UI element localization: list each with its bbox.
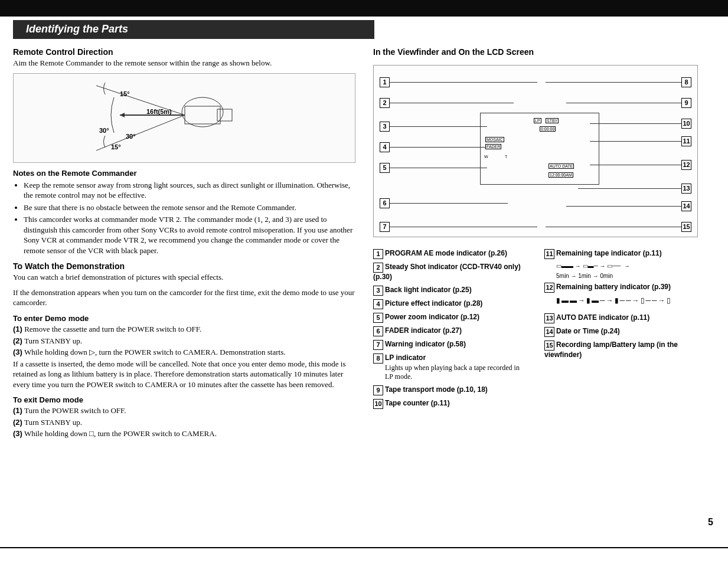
remote-direction-heading: Remote Control Direction xyxy=(13,47,355,57)
legend-14: Date or Time (p.24) xyxy=(556,327,620,335)
osd-lp: LP xyxy=(534,118,541,123)
callout-13: 13 xyxy=(681,184,691,194)
legend-4: Picture effect indicator (p.28) xyxy=(385,299,482,307)
legend-3: Back light indicator (p.25) xyxy=(385,286,472,294)
exit-step-3: (3) While holding down □, turn the POWER… xyxy=(13,428,355,439)
exit-demo-heading: To exit Demo mode xyxy=(13,395,355,404)
callout-6: 6 xyxy=(380,198,390,208)
svg-line-3 xyxy=(96,115,185,150)
demo-heading: To Watch the Demonstration xyxy=(13,261,355,271)
distance-label: 16ft(5m) xyxy=(146,108,172,115)
osd-time: 12:00:00AM xyxy=(549,172,573,178)
enter-note: If a cassette is inserted, the demo mode… xyxy=(13,359,355,390)
callout-1: 1 xyxy=(380,77,390,87)
callout-4: 4 xyxy=(380,142,390,152)
callout-8: 8 xyxy=(681,77,691,87)
callout-2: 2 xyxy=(380,98,390,108)
callout-3: 3 xyxy=(380,122,390,132)
demo-text-1: You can watch a brief demonstration of p… xyxy=(13,272,355,283)
viewfinder-screen: LP STBY 0:00:00 MOSAIC FADER W T AUTO DA… xyxy=(480,113,599,185)
bottom-rule xyxy=(0,547,728,548)
legend-8: LP indicator xyxy=(385,353,426,362)
enter-demo-heading: To enter Demo mode xyxy=(13,314,355,323)
remote-direction-text: Aim the Remote Commander to the remote s… xyxy=(13,58,355,68)
enter-step-2: (2) Turn STANBY up. xyxy=(13,336,355,346)
osd-t: T xyxy=(504,155,508,159)
remote-range-figure: 15° 15° 30° 30° 16ft(5m) xyxy=(13,73,355,163)
left-column: Remote Control Direction Aim the Remote … xyxy=(13,45,355,440)
page-header: Identifying the Parts xyxy=(13,20,374,39)
callout-14: 14 xyxy=(681,201,691,211)
demo-text-2: If the demonstration appears when you tu… xyxy=(13,287,355,308)
legend-13: AUTO DATE indicator (p.11) xyxy=(556,313,649,322)
legend-col-2: 11Remaining tape indicator (p.11) ▭▬▬ → … xyxy=(544,246,698,413)
legend-11: Remaining tape indicator (p.11) xyxy=(556,249,662,257)
enter-step-1: (1) Remove the cassette and turn the POW… xyxy=(13,324,355,335)
exit-step-1: (1) Turn the POWER switch to OFF. xyxy=(13,405,355,416)
viewfinder-diagram: 1 2 3 4 5 6 7 8 9 10 11 12 13 14 15 LP xyxy=(373,65,698,237)
angle-bot: 15° xyxy=(111,143,121,150)
notes-heading: Notes on the Remote Commander xyxy=(13,169,355,178)
tape-indicator-icons: ▭▬▬ → ▭▬─ → ▭── → xyxy=(556,263,698,269)
osd-autodate: AUTO DATE xyxy=(549,163,574,169)
osd-mosaic: MOSAIC xyxy=(485,137,504,142)
legend-8-sub: Lights up when playing back a tape recor… xyxy=(385,364,527,382)
enter-step-3: (3) While holding down ▷, turn the POWER… xyxy=(13,347,355,358)
callout-10: 10 xyxy=(681,119,691,129)
note-3: This camcorder works at commander mode V… xyxy=(24,214,355,256)
osd-w: W xyxy=(484,155,489,159)
note-2: Be sure that there is no obstacle betwee… xyxy=(24,202,355,213)
osd-fader: FADER xyxy=(485,144,501,149)
exit-step-2: (2) Turn STANBY up. xyxy=(13,417,355,428)
callout-11: 11 xyxy=(681,136,691,146)
right-column: In the Viewfinder and On the LCD Screen … xyxy=(373,45,698,440)
angle-30a: 30° xyxy=(99,127,109,134)
callout-9: 9 xyxy=(681,98,691,108)
osd-counter: 0:00:00 xyxy=(540,126,556,132)
tape-indicator-times: 5min → 1min → 0min xyxy=(556,273,698,279)
angle-top: 15° xyxy=(120,90,130,97)
callout-5: 5 xyxy=(380,163,390,173)
callout-15: 15 xyxy=(681,222,691,232)
notes-list: Keep the remote sensor away from strong … xyxy=(24,180,355,256)
svg-rect-2 xyxy=(217,109,232,121)
osd-stby: STBY xyxy=(546,118,559,123)
legend-10: Tape counter (p.11) xyxy=(385,399,450,407)
legend-1: PROGRAM AE mode indicator (p.26) xyxy=(385,249,507,257)
legend-7: Warning indicator (p.58) xyxy=(385,340,466,348)
callout-12: 12 xyxy=(681,160,691,170)
page-number: 5 xyxy=(708,517,713,528)
legend-2: Steady Shot indicator (CCD-TRV40 only) (… xyxy=(373,263,521,281)
scan-top-edge xyxy=(0,0,728,17)
legend-col-1: 1PROGRAM AE mode indicator (p.26) 2Stead… xyxy=(373,246,527,413)
legend-9: Tape transport mode (p.10, 18) xyxy=(385,385,488,394)
legend-6: FADER indicator (p.27) xyxy=(385,326,462,335)
svg-marker-6 xyxy=(120,113,125,117)
angle-30b: 30° xyxy=(126,133,136,140)
svg-rect-1 xyxy=(185,106,220,124)
legend-15: Recording lamp/Battery lamp (in the view… xyxy=(544,341,678,359)
note-1: Keep the remote sensor away from strong … xyxy=(24,180,355,201)
legend-12: Remaining battery indicator (p.39) xyxy=(556,283,671,291)
legend-5: Power zoom indicator (p.12) xyxy=(385,313,479,321)
battery-indicator-icons: ▮▬▬→▮▬─→▮──→▯──→▯ xyxy=(556,296,698,305)
viewfinder-heading: In the Viewfinder and On the LCD Screen xyxy=(373,47,698,57)
callout-7: 7 xyxy=(380,222,390,232)
